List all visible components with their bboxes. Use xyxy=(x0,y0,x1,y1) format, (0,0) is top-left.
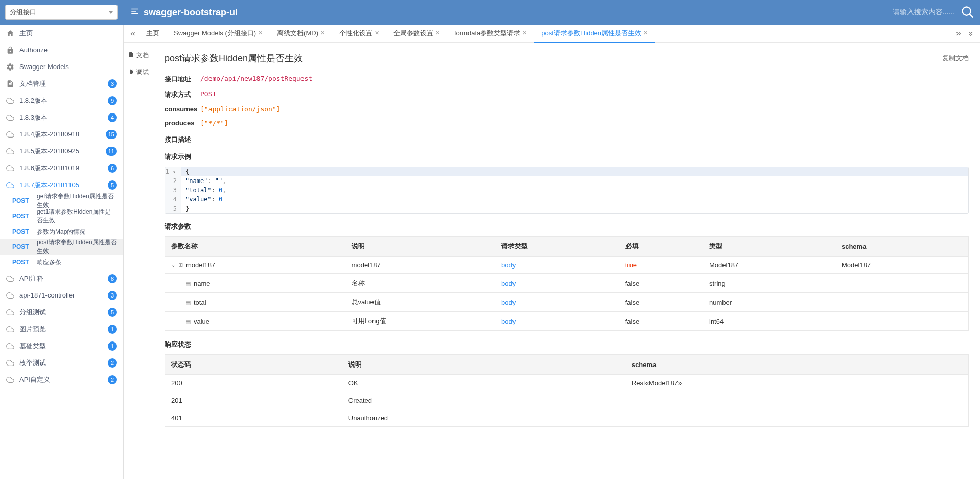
param-req-type: body xyxy=(501,317,516,325)
badge: 2 xyxy=(108,375,117,384)
badge: 1 xyxy=(108,341,117,351)
tab[interactable]: formdata参数类型请求✕ xyxy=(447,25,534,43)
close-icon[interactable]: ✕ xyxy=(375,30,379,36)
sidebar-version-item[interactable]: 1.8.4版本-2018091815 xyxy=(0,126,123,143)
sidebar-version-item[interactable]: 1.8.6版本-201810196 xyxy=(0,159,123,176)
field-icon: ▤ xyxy=(185,280,191,287)
cloud-icon xyxy=(6,376,14,384)
item-label: API自定义 xyxy=(19,375,50,384)
doc-title: post请求参数Hidden属性是否生效 xyxy=(165,52,303,64)
tab-label: Swagger Models (分组接口) xyxy=(174,29,256,38)
sidebar-endpoint-item[interactable]: POST参数为Map的情况 xyxy=(0,224,123,239)
status-desc: Created xyxy=(342,392,625,409)
close-icon[interactable]: ✕ xyxy=(258,30,263,36)
close-icon[interactable]: ✕ xyxy=(643,30,648,36)
status-schema xyxy=(625,392,969,409)
sidebar-version-item[interactable]: 1.8.2版本9 xyxy=(0,92,123,109)
svg-line-4 xyxy=(970,14,973,18)
tabs-scroll-right-icon[interactable] xyxy=(952,25,965,42)
code-line: 4 "value": 0 xyxy=(165,195,968,204)
param-type: Model187 xyxy=(703,257,835,274)
code-line: 3 "total": 0, xyxy=(165,186,968,195)
sidebar-item[interactable]: API注释8 xyxy=(0,270,123,287)
sidebar-item[interactable]: API自定义2 xyxy=(0,371,123,388)
method-badge: POST xyxy=(12,259,31,266)
table-row: 200OKRest«Model187» xyxy=(165,375,969,392)
tab[interactable]: 个性化设置✕ xyxy=(332,25,386,43)
close-icon[interactable]: ✕ xyxy=(320,30,325,36)
endpoint-label: get1请求参数Hidden属性是否生效 xyxy=(37,208,117,225)
badge: 9 xyxy=(108,96,117,105)
search-icon[interactable] xyxy=(961,5,975,19)
item-label: 枚举测试 xyxy=(19,358,46,368)
sidebar-item[interactable]: api-1871-controller3 xyxy=(0,287,123,304)
sidebar-endpoint-item[interactable]: POST响应多条 xyxy=(0,255,123,270)
param-schema xyxy=(835,312,969,331)
menu-toggle-icon[interactable] xyxy=(130,7,139,18)
th-param-type: 类型 xyxy=(703,237,835,257)
expand-down-icon[interactable]: ⌄ xyxy=(171,262,175,268)
method-badge: POST xyxy=(12,228,31,235)
sidebar-item[interactable]: 基础类型1 xyxy=(0,337,123,354)
sidebar-endpoint-item[interactable]: POSTget1请求参数Hidden属性是否生效 xyxy=(0,209,123,224)
tab[interactable]: 主页 xyxy=(139,25,167,43)
group-select-dropdown[interactable]: 分组接口 xyxy=(5,5,118,20)
panel-tab-doc[interactable]: 文档 xyxy=(124,47,153,64)
sidebar-authorize[interactable]: Authorize xyxy=(0,41,123,58)
sidebar-home[interactable]: 主页 xyxy=(0,25,123,41)
cloud-icon xyxy=(6,342,14,350)
table-row: 201Created xyxy=(165,392,969,409)
table-row: ▤total总value值bodyfalsenumber xyxy=(165,293,969,312)
chevron-down-icon xyxy=(109,11,113,14)
close-icon[interactable]: ✕ xyxy=(522,30,527,36)
svg-point-3 xyxy=(963,7,971,15)
tab[interactable]: 离线文档(MD)✕ xyxy=(270,25,332,43)
sidebar-version-item[interactable]: 1.8.3版本4 xyxy=(0,109,123,126)
sidebar-version-item[interactable]: 1.8.5版本-2018092511 xyxy=(0,143,123,159)
sidebar-version-item[interactable]: 1.8.7版本-201811055 xyxy=(0,176,123,193)
tab-label: 离线文档(MD) xyxy=(277,29,318,38)
th-param-schema: schema xyxy=(835,237,969,257)
tab-label: 全局参数设置 xyxy=(393,29,433,38)
close-icon[interactable]: ✕ xyxy=(435,30,440,36)
sidebar-swagger-models[interactable]: Swagger Models xyxy=(0,58,123,75)
consumes-value: ["application/json"] xyxy=(200,105,281,113)
response-status-title: 响应状态 xyxy=(165,340,969,349)
endpoint-label: 参数为Map的情况 xyxy=(37,227,85,236)
produces-value: ["*/*"] xyxy=(200,119,228,127)
tabs-scroll-left-icon[interactable] xyxy=(127,25,139,42)
example-section-title: 请求示例 xyxy=(165,152,969,162)
param-name: total xyxy=(194,299,206,306)
badge: 5 xyxy=(108,308,117,317)
sidebar-doc-manage[interactable]: 文档管理 3 xyxy=(0,75,123,92)
content-area: 主页Swagger Models (分组接口)✕离线文档(MD)✕个性化设置✕全… xyxy=(124,25,980,479)
cloud-icon xyxy=(6,359,14,367)
tabs-more-icon[interactable] xyxy=(965,25,977,42)
left-panel: 文档 调试 xyxy=(124,43,153,479)
tab-label: 主页 xyxy=(146,29,159,38)
th-param-name: 参数名称 xyxy=(165,237,345,257)
sidebar-item[interactable]: 分组测试5 xyxy=(0,304,123,321)
search-placeholder[interactable]: 请输入搜索内容...... xyxy=(893,8,954,17)
tab[interactable]: Swagger Models (分组接口)✕ xyxy=(167,25,270,43)
badge: 2 xyxy=(108,358,117,368)
tab[interactable]: 全局参数设置✕ xyxy=(386,25,447,43)
th-param-required: 必填 xyxy=(619,237,703,257)
param-desc: 可用Long值 xyxy=(345,312,495,331)
badge: 5 xyxy=(108,180,117,190)
copy-doc-button[interactable]: 复制文档 xyxy=(942,54,969,63)
panel-tab-debug[interactable]: 调试 xyxy=(124,64,153,81)
sidebar-endpoint-item[interactable]: POSTget请求参数Hidden属性是否生效 xyxy=(0,193,123,209)
sidebar-endpoint-item[interactable]: POSTpost请求参数Hidden属性是否生效 xyxy=(0,239,123,255)
tab[interactable]: post请求参数Hidden属性是否生效✕ xyxy=(534,25,655,43)
param-schema xyxy=(835,274,969,293)
sidebar-item[interactable]: 枚举测试2 xyxy=(0,354,123,371)
param-name: name xyxy=(194,280,211,287)
param-schema: Model187 xyxy=(835,257,969,274)
th-status-schema: schema xyxy=(625,355,969,375)
status-schema: Rest«Model187» xyxy=(625,375,969,392)
status-schema xyxy=(625,409,969,427)
field-icon: ▤ xyxy=(185,299,191,306)
sidebar-item[interactable]: 图片预览1 xyxy=(0,321,123,337)
param-required: true xyxy=(625,261,637,269)
